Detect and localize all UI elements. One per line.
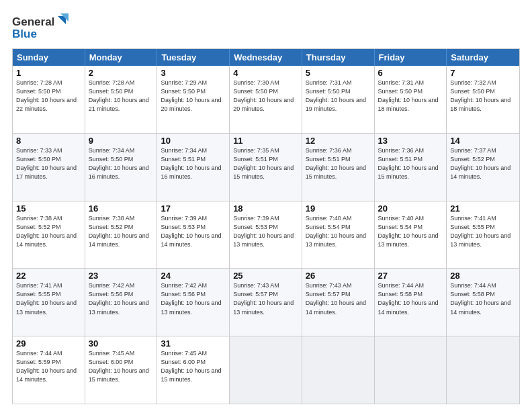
calendar-cell: 22Sunrise: 7:41 AMSunset: 5:55 PMDayligh… xyxy=(13,269,85,336)
day-info: Sunrise: 7:42 AMSunset: 5:56 PMDaylight:… xyxy=(161,281,226,316)
svg-text:General: General xyxy=(12,15,54,28)
calendar-cell xyxy=(375,336,447,404)
calendar-cell: 23Sunrise: 7:42 AMSunset: 5:56 PMDayligh… xyxy=(85,269,158,336)
day-number: 18 xyxy=(233,203,298,214)
day-info: Sunrise: 7:40 AMSunset: 5:54 PMDaylight:… xyxy=(306,214,371,249)
calendar-cell xyxy=(302,336,375,404)
day-number: 23 xyxy=(89,271,154,281)
calendar-row-3: 15Sunrise: 7:38 AMSunset: 5:52 PMDayligh… xyxy=(13,201,519,269)
header-day-friday: Friday xyxy=(375,49,447,66)
day-number: 29 xyxy=(16,338,81,349)
day-info: Sunrise: 7:28 AMSunset: 5:50 PMDaylight:… xyxy=(16,79,81,113)
day-number: 3 xyxy=(161,68,226,78)
day-info: Sunrise: 7:36 AMSunset: 5:51 PMDaylight:… xyxy=(306,146,371,181)
logo-svg: General Blue xyxy=(12,11,73,43)
day-info: Sunrise: 7:40 AMSunset: 5:54 PMDaylight:… xyxy=(378,214,443,249)
day-number: 15 xyxy=(16,203,81,214)
calendar-cell: 1Sunrise: 7:28 AMSunset: 5:50 PMDaylight… xyxy=(13,66,85,133)
calendar-cell: 13Sunrise: 7:36 AMSunset: 5:51 PMDayligh… xyxy=(375,134,447,201)
day-info: Sunrise: 7:38 AMSunset: 5:52 PMDaylight:… xyxy=(89,214,154,249)
calendar-row-4: 22Sunrise: 7:41 AMSunset: 5:55 PMDayligh… xyxy=(13,268,519,336)
calendar-cell: 11Sunrise: 7:35 AMSunset: 5:51 PMDayligh… xyxy=(230,134,302,201)
calendar-cell: 4Sunrise: 7:30 AMSunset: 5:50 PMDaylight… xyxy=(230,66,302,133)
day-number: 8 xyxy=(16,136,81,146)
day-number: 1 xyxy=(16,68,81,78)
day-info: Sunrise: 7:43 AMSunset: 5:57 PMDaylight:… xyxy=(233,281,298,316)
day-number: 12 xyxy=(306,136,371,146)
calendar-cell: 16Sunrise: 7:38 AMSunset: 5:52 PMDayligh… xyxy=(85,201,158,269)
day-info: Sunrise: 7:39 AMSunset: 5:53 PMDaylight:… xyxy=(233,214,298,249)
calendar-header: SundayMondayTuesdayWednesdayThursdayFrid… xyxy=(13,49,519,66)
day-info: Sunrise: 7:41 AMSunset: 5:55 PMDaylight:… xyxy=(450,214,516,249)
day-info: Sunrise: 7:37 AMSunset: 5:52 PMDaylight:… xyxy=(450,146,516,181)
day-number: 17 xyxy=(161,203,226,214)
header-day-thursday: Thursday xyxy=(302,49,375,66)
calendar-cell: 20Sunrise: 7:40 AMSunset: 5:54 PMDayligh… xyxy=(375,201,447,269)
day-info: Sunrise: 7:38 AMSunset: 5:52 PMDaylight:… xyxy=(16,214,81,249)
calendar-cell: 10Sunrise: 7:34 AMSunset: 5:51 PMDayligh… xyxy=(157,134,230,201)
day-info: Sunrise: 7:34 AMSunset: 5:50 PMDaylight:… xyxy=(89,146,154,181)
day-number: 6 xyxy=(378,68,443,78)
day-number: 7 xyxy=(450,68,516,78)
svg-text:Blue: Blue xyxy=(12,28,37,40)
calendar-cell: 12Sunrise: 7:36 AMSunset: 5:51 PMDayligh… xyxy=(302,134,375,201)
day-number: 9 xyxy=(89,136,154,146)
day-number: 28 xyxy=(450,271,516,281)
calendar-cell: 21Sunrise: 7:41 AMSunset: 5:55 PMDayligh… xyxy=(447,201,519,269)
day-number: 31 xyxy=(161,338,226,349)
day-number: 14 xyxy=(450,136,516,146)
day-number: 10 xyxy=(161,136,226,146)
day-number: 25 xyxy=(233,271,298,281)
calendar-cell: 6Sunrise: 7:31 AMSunset: 5:50 PMDaylight… xyxy=(375,66,447,133)
calendar-cell: 5Sunrise: 7:31 AMSunset: 5:50 PMDaylight… xyxy=(302,66,375,133)
day-info: Sunrise: 7:34 AMSunset: 5:51 PMDaylight:… xyxy=(161,146,226,181)
day-number: 30 xyxy=(89,338,154,349)
day-number: 2 xyxy=(89,68,154,78)
day-number: 19 xyxy=(306,203,371,214)
day-info: Sunrise: 7:36 AMSunset: 5:51 PMDaylight:… xyxy=(378,146,443,181)
calendar-cell: 9Sunrise: 7:34 AMSunset: 5:50 PMDaylight… xyxy=(85,134,158,201)
header: General Blue xyxy=(12,11,520,43)
calendar-cell: 7Sunrise: 7:32 AMSunset: 5:50 PMDaylight… xyxy=(447,66,519,133)
calendar-cell: 28Sunrise: 7:44 AMSunset: 5:58 PMDayligh… xyxy=(447,269,519,336)
day-number: 22 xyxy=(16,271,81,281)
day-number: 26 xyxy=(306,271,371,281)
day-number: 13 xyxy=(378,136,443,146)
day-info: Sunrise: 7:44 AMSunset: 5:59 PMDaylight:… xyxy=(16,349,81,384)
header-day-tuesday: Tuesday xyxy=(157,49,230,66)
calendar-cell: 14Sunrise: 7:37 AMSunset: 5:52 PMDayligh… xyxy=(447,134,519,201)
day-info: Sunrise: 7:44 AMSunset: 5:58 PMDaylight:… xyxy=(378,281,443,316)
calendar-cell: 19Sunrise: 7:40 AMSunset: 5:54 PMDayligh… xyxy=(302,201,375,269)
day-info: Sunrise: 7:41 AMSunset: 5:55 PMDaylight:… xyxy=(16,281,81,316)
calendar-cell: 31Sunrise: 7:45 AMSunset: 6:00 PMDayligh… xyxy=(157,336,230,404)
calendar-cell: 30Sunrise: 7:45 AMSunset: 6:00 PMDayligh… xyxy=(85,336,158,404)
logo: General Blue xyxy=(12,11,73,43)
calendar: SundayMondayTuesdayWednesdayThursdayFrid… xyxy=(12,48,520,404)
day-info: Sunrise: 7:31 AMSunset: 5:50 PMDaylight:… xyxy=(306,79,371,113)
day-number: 27 xyxy=(378,271,443,281)
day-info: Sunrise: 7:30 AMSunset: 5:50 PMDaylight:… xyxy=(233,79,298,113)
calendar-row-2: 8Sunrise: 7:33 AMSunset: 5:50 PMDaylight… xyxy=(13,133,519,201)
day-info: Sunrise: 7:33 AMSunset: 5:50 PMDaylight:… xyxy=(16,146,81,181)
calendar-cell: 2Sunrise: 7:28 AMSunset: 5:50 PMDaylight… xyxy=(85,66,158,133)
day-number: 16 xyxy=(89,203,154,214)
day-info: Sunrise: 7:45 AMSunset: 6:00 PMDaylight:… xyxy=(89,349,154,384)
calendar-cell: 8Sunrise: 7:33 AMSunset: 5:50 PMDaylight… xyxy=(13,134,85,201)
header-day-wednesday: Wednesday xyxy=(230,49,302,66)
day-number: 5 xyxy=(306,68,371,78)
header-day-monday: Monday xyxy=(85,49,158,66)
day-info: Sunrise: 7:43 AMSunset: 5:57 PMDaylight:… xyxy=(306,281,371,316)
calendar-cell: 29Sunrise: 7:44 AMSunset: 5:59 PMDayligh… xyxy=(13,336,85,404)
calendar-cell: 17Sunrise: 7:39 AMSunset: 5:53 PMDayligh… xyxy=(157,201,230,269)
calendar-cell: 18Sunrise: 7:39 AMSunset: 5:53 PMDayligh… xyxy=(230,201,302,269)
header-day-sunday: Sunday xyxy=(13,49,85,66)
day-number: 21 xyxy=(450,203,516,214)
day-info: Sunrise: 7:42 AMSunset: 5:56 PMDaylight:… xyxy=(89,281,154,316)
day-info: Sunrise: 7:39 AMSunset: 5:53 PMDaylight:… xyxy=(161,214,226,249)
day-number: 11 xyxy=(233,136,298,146)
calendar-row-1: 1Sunrise: 7:28 AMSunset: 5:50 PMDaylight… xyxy=(13,66,519,133)
header-day-saturday: Saturday xyxy=(447,49,519,66)
day-info: Sunrise: 7:32 AMSunset: 5:50 PMDaylight:… xyxy=(450,79,516,113)
calendar-cell: 25Sunrise: 7:43 AMSunset: 5:57 PMDayligh… xyxy=(230,269,302,336)
day-number: 20 xyxy=(378,203,443,214)
